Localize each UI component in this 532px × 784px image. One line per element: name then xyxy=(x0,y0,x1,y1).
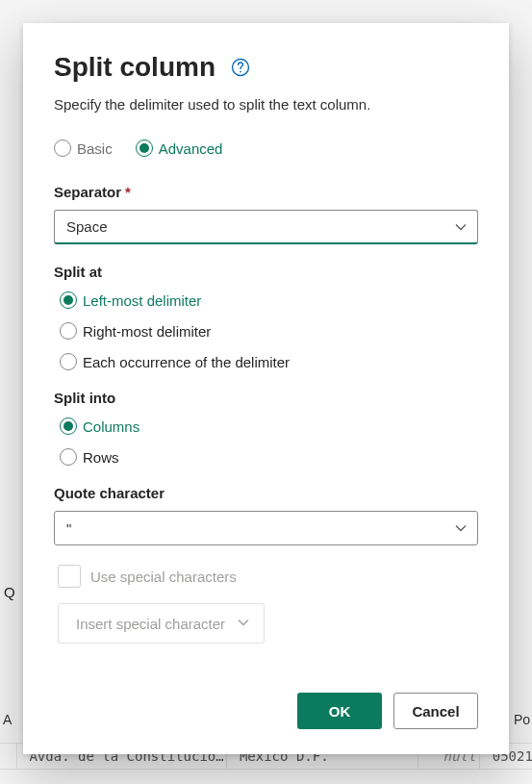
radio-dot-icon xyxy=(60,448,77,466)
separator-value: Space xyxy=(66,218,108,235)
chevron-down-icon xyxy=(454,220,468,234)
separator-label: Separator* xyxy=(54,184,478,200)
dialog-footer: OK Cancel xyxy=(23,675,509,754)
mode-advanced-radio[interactable]: Advanced xyxy=(136,139,223,157)
split-at-label: Split at xyxy=(54,264,478,280)
use-special-characters-checkbox[interactable]: Use special characters xyxy=(58,565,478,588)
split-column-dialog: Split column Specify the delimiter used … xyxy=(23,23,509,754)
radio-dot-icon xyxy=(60,353,77,370)
split-into-label: Split into xyxy=(54,390,478,406)
required-mark: * xyxy=(125,184,131,200)
checkbox-box-icon xyxy=(58,565,81,588)
split-at-each-radio[interactable]: Each occurrence of the delimiter xyxy=(60,353,478,370)
insert-special-character-label: Insert special character xyxy=(76,616,225,632)
split-into-columns-radio[interactable]: Columns xyxy=(60,417,478,435)
bg-header-po: Po xyxy=(514,712,530,727)
radio-dot-icon xyxy=(60,417,77,435)
radio-dot-icon xyxy=(60,291,77,309)
mode-radio-group: Basic Advanced xyxy=(54,139,478,157)
mode-advanced-label: Advanced xyxy=(159,141,223,156)
mode-basic-label: Basic xyxy=(77,141,113,156)
radio-dot-icon xyxy=(54,139,71,157)
quote-character-value: " xyxy=(66,520,71,537)
radio-dot-icon xyxy=(136,139,153,157)
quote-character-label: Quote character xyxy=(54,485,478,501)
quote-character-select[interactable]: " xyxy=(54,511,478,545)
split-at-left-label: Left-most delimiter xyxy=(83,293,201,308)
split-at-right-radio[interactable]: Right-most delimiter xyxy=(60,322,478,340)
split-into-rows-radio[interactable]: Rows xyxy=(60,448,478,466)
split-into-radio-group: Columns Rows xyxy=(54,416,478,466)
dialog-title: Split column xyxy=(54,52,215,83)
bg-letter-q: Q xyxy=(4,584,15,600)
insert-special-character-dropdown: Insert special character xyxy=(58,603,265,644)
separator-select[interactable]: Space xyxy=(54,210,478,244)
chevron-down-icon xyxy=(454,521,468,535)
split-at-right-label: Right-most delimiter xyxy=(83,324,211,339)
radio-dot-icon xyxy=(60,322,77,340)
split-at-left-radio[interactable]: Left-most delimiter xyxy=(60,291,478,309)
bg-header-a: A xyxy=(3,712,12,727)
help-icon[interactable] xyxy=(231,58,250,77)
svg-point-1 xyxy=(240,71,241,73)
split-into-columns-label: Columns xyxy=(83,419,139,434)
split-at-radio-group: Left-most delimiter Right-most delimiter… xyxy=(54,290,478,370)
ok-button[interactable]: OK xyxy=(297,693,382,729)
split-into-rows-label: Rows xyxy=(83,450,119,465)
use-special-characters-label: Use special characters xyxy=(90,569,237,585)
chevron-down-icon xyxy=(237,616,250,632)
dialog-description: Specify the delimiter used to split the … xyxy=(54,96,478,113)
cancel-button[interactable]: Cancel xyxy=(393,693,478,729)
mode-basic-radio[interactable]: Basic xyxy=(54,139,113,157)
split-at-each-label: Each occurrence of the delimiter xyxy=(83,355,290,369)
